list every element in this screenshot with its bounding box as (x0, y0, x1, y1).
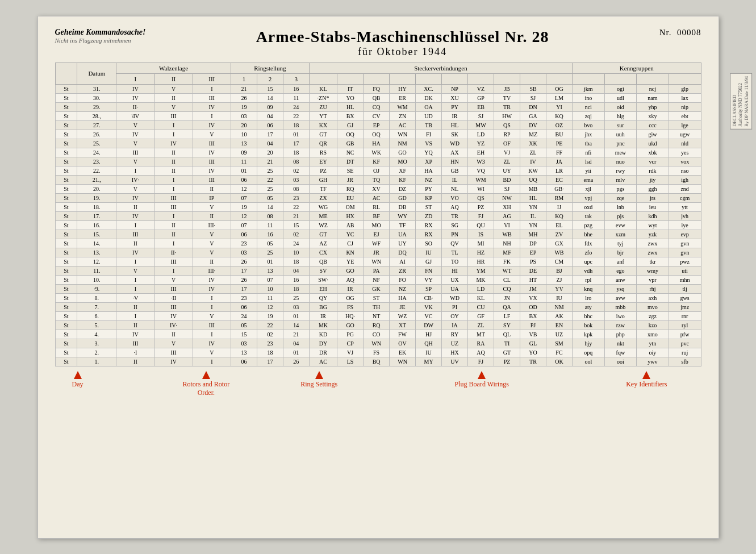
table-cell: QB (364, 93, 390, 102)
table-cell: 23 (231, 293, 257, 302)
table-cell: XU (442, 93, 468, 102)
table-cell: IV· (154, 320, 193, 330)
col-sub-s6 (442, 73, 468, 84)
table-cell: DQ (390, 248, 416, 257)
table-cell: 14 (283, 320, 309, 330)
table-cell: TF (390, 220, 416, 230)
table-cell: NC (337, 148, 364, 157)
table-row: St11.VIIII·171304SVGOPAZRFNHIYMWTDEBJvdh… (55, 266, 701, 275)
table-cell: St (55, 202, 77, 211)
table-cell: KL (309, 84, 337, 93)
table-cell: 05 (257, 239, 283, 248)
table-cell: PJ (520, 320, 546, 330)
table-cell: GA (520, 111, 546, 120)
table-cell: III· (193, 266, 231, 275)
table-cell: anw (604, 275, 637, 284)
table-cell: St (55, 175, 77, 184)
table-cell: IU (416, 248, 442, 257)
table-cell: 23 (257, 339, 283, 348)
table-cell: RX (416, 220, 442, 230)
table-cell: AQ (442, 202, 468, 211)
table-cell: 27. (77, 120, 116, 130)
table-cell: PY (442, 102, 468, 111)
table-cell: 03 (283, 175, 309, 184)
table-cell: TB (416, 120, 442, 130)
table-cell: 25. (77, 139, 116, 148)
classification-label: Geheime Kommandosache! (55, 28, 146, 37)
table-cell: WN (390, 357, 416, 366)
table-cell: III (193, 320, 231, 330)
table-cell: ogi (604, 84, 637, 93)
table-cell: 22 (257, 320, 283, 330)
table-row: St10.IVIV260716SW·AQNFFOVYUXMKCLHTZJrpla… (55, 275, 701, 284)
table-cell: IV· (116, 175, 154, 184)
table-cell: RP (494, 130, 520, 139)
table-cell: YE (337, 257, 364, 266)
table-cell: 20 (257, 148, 283, 157)
table-cell: FQ (364, 84, 390, 93)
table-cell: 10 (257, 284, 283, 293)
table-cell: vdh (572, 266, 604, 275)
table-cell: ugw (669, 130, 701, 139)
table-cell: iye (669, 220, 701, 230)
table-cell: 04 (257, 139, 283, 148)
table-cell: 20 (231, 120, 257, 130)
table-cell: UZ (442, 339, 468, 348)
table-cell: St (55, 348, 77, 357)
table-cell: YV (546, 284, 572, 293)
table-cell: I (154, 211, 193, 220)
table-cell: 16. (77, 220, 116, 230)
table-cell: xbk (637, 148, 669, 157)
table-cell: 02 (257, 330, 283, 339)
table-cell: TR (494, 102, 520, 111)
table-cell: V (193, 130, 231, 139)
table-cell: I (193, 111, 231, 120)
table-cell: EJ (364, 230, 390, 239)
table-cell: I (154, 184, 193, 193)
table-cell: SJ (468, 111, 494, 120)
table-cell: RQ (364, 320, 390, 330)
table-cell: BG (309, 302, 337, 311)
table-cell: mlv (604, 175, 637, 184)
table-row: St2.·IIIIV131801DRVJFSEKIUHXAQGTYOFCopqf… (55, 348, 701, 357)
table-cell: V (193, 248, 231, 257)
table-cell: uuh (604, 130, 637, 139)
table-cell: XF (390, 166, 416, 175)
col-sub-s9 (520, 73, 546, 84)
table-cell: CX (309, 248, 337, 257)
table-cell: hjy (572, 339, 604, 348)
table-cell: 04 (283, 266, 309, 275)
table-cell: GJ (337, 120, 364, 130)
table-cell: St (55, 320, 77, 330)
table-cell: VX (520, 293, 546, 302)
table-cell: AC (309, 357, 337, 366)
table-cell: IV (193, 102, 231, 111)
table-cell: EL (546, 220, 572, 230)
table-cell: I (154, 130, 193, 139)
table-cell: IU (416, 348, 442, 357)
table-cell: YC (337, 230, 364, 239)
table-cell: I (154, 239, 193, 248)
table-cell: IV (193, 284, 231, 293)
table-cell: 11 (257, 293, 283, 302)
table-cell: hlg (604, 111, 637, 120)
table-cell: JR (337, 175, 364, 184)
table-cell: 13 (231, 348, 257, 357)
table-cell: 11. (77, 266, 116, 275)
table-cell: OG (546, 84, 572, 93)
table-cell: TV (494, 93, 520, 102)
table-cell: EN (546, 320, 572, 330)
table-cell: ncj (637, 84, 669, 93)
table-cell: GX (546, 239, 572, 248)
table-cell: OZ (546, 120, 572, 130)
table-cell: XV (364, 184, 390, 193)
table-row: St22.IIIIV012502PZSEOJXFHAGBVQUYKWLRyiir… (55, 166, 701, 175)
table-cell: RL (364, 202, 390, 211)
table-cell: FJ (468, 211, 494, 220)
table-cell: III (154, 193, 193, 202)
table-cell: DZ (390, 184, 416, 193)
table-cell: rpl (572, 275, 604, 284)
table-cell: 11 (257, 220, 283, 230)
warning-label: Nicht ins Flugzeug mitnehmen (55, 37, 146, 44)
table-row: St17.IVIII120821MEHXBFWYZDTRFJAGILKQtakp… (55, 211, 701, 220)
